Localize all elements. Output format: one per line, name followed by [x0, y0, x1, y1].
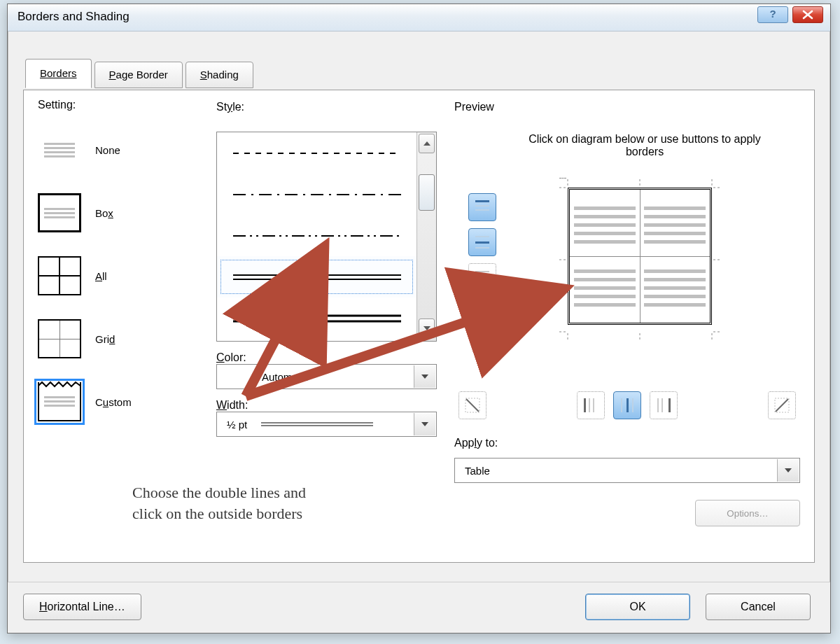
- tab-shading[interactable]: Shading: [186, 62, 253, 88]
- scroll-thumb[interactable]: [419, 174, 435, 211]
- tab-page-border[interactable]: Page Border: [94, 62, 183, 88]
- chevron-down-icon: [421, 374, 428, 379]
- toggle-border-middle-v[interactable]: [613, 391, 641, 419]
- titlebar: Borders and Shading ?: [8, 4, 830, 31]
- svg-marker-47: [785, 468, 792, 472]
- svg-rect-43: [662, 398, 663, 412]
- setting-none[interactable]: None: [38, 118, 132, 181]
- border-middle-v-icon: [619, 397, 636, 414]
- diag-up-icon: [774, 397, 790, 414]
- style-option-dashed[interactable]: [217, 132, 416, 174]
- apply-to-combo[interactable]: Table: [454, 458, 800, 483]
- svg-rect-18: [475, 247, 489, 248]
- style-label: Style:: [216, 101, 437, 113]
- svg-rect-21: [475, 282, 489, 284]
- toggle-border-left[interactable]: [577, 391, 605, 419]
- toggle-diag-up[interactable]: [768, 391, 796, 419]
- borders-shading-dialog: Borders and Shading ? Borders Page Borde…: [7, 4, 831, 634]
- setting-none-icon: [38, 130, 81, 169]
- svg-rect-38: [593, 398, 594, 412]
- dialog-title: Borders and Shading: [18, 10, 130, 24]
- svg-marker-9: [421, 374, 428, 379]
- svg-rect-15: [475, 209, 489, 211]
- svg-rect-14: [475, 205, 489, 206]
- annotation-text: Choose the double lines and click on the…: [132, 482, 306, 524]
- width-value: ½ pt: [227, 419, 247, 430]
- apply-to-arrow[interactable]: [777, 459, 799, 482]
- setting-custom-icon: [38, 382, 81, 421]
- svg-rect-13: [475, 200, 489, 202]
- apply-to-value: Table: [465, 465, 490, 477]
- color-combo[interactable]: Automatic: [216, 364, 437, 389]
- width-combo[interactable]: ½ pt: [216, 412, 437, 437]
- options-button: Options…: [695, 500, 800, 526]
- svg-marker-8: [424, 326, 430, 330]
- svg-line-46: [776, 399, 788, 412]
- border-bottom-icon: [474, 269, 491, 286]
- svg-rect-16: [475, 236, 489, 237]
- svg-rect-19: [475, 271, 489, 272]
- diag-down-icon: [464, 397, 481, 414]
- toggle-border-right[interactable]: [650, 391, 678, 419]
- svg-rect-39: [621, 398, 622, 412]
- svg-rect-40: [626, 398, 629, 412]
- tab-panel: Setting: None Box All Grid: [23, 90, 815, 563]
- preview-column: Preview Click on diagram below or use bu…: [454, 101, 800, 354]
- svg-rect-20: [475, 276, 489, 277]
- style-option-double-thin[interactable]: [217, 256, 416, 298]
- style-column: Style: Color: Automatic: [216, 101, 437, 437]
- help-button[interactable]: ?: [757, 6, 788, 23]
- toggle-border-middle-h[interactable]: [468, 228, 496, 256]
- border-left-icon: [582, 397, 599, 414]
- svg-marker-12: [421, 422, 428, 426]
- setting-grid[interactable]: Grid: [38, 307, 132, 370]
- style-list[interactable]: [216, 132, 437, 342]
- toggle-border-bottom[interactable]: [468, 263, 496, 291]
- svg-rect-44: [668, 398, 671, 412]
- setting-all-icon: [38, 256, 81, 295]
- scroll-up-button[interactable]: [419, 134, 435, 153]
- border-top-icon: [474, 199, 491, 216]
- setting-custom[interactable]: Custom: [38, 370, 132, 433]
- ok-button[interactable]: OK: [585, 594, 690, 620]
- setting-grid-icon: [38, 319, 81, 358]
- color-value: Automatic: [262, 371, 309, 383]
- apply-to-label: Apply to:: [454, 437, 498, 449]
- preview-hint: Click on diagram below or use buttons to…: [517, 133, 772, 158]
- style-scrollbar[interactable]: [416, 132, 436, 341]
- preview-label: Preview: [454, 101, 800, 113]
- close-button[interactable]: [792, 6, 823, 23]
- preview-guides-icon: [559, 179, 720, 340]
- setting-all[interactable]: All: [38, 244, 132, 307]
- toggle-border-top[interactable]: [468, 193, 496, 221]
- color-combo-arrow[interactable]: [414, 365, 435, 388]
- chevron-down-icon: [785, 468, 792, 472]
- border-middle-h-icon: [474, 234, 491, 251]
- tab-borders[interactable]: Borders: [25, 59, 92, 88]
- svg-rect-41: [632, 398, 634, 412]
- border-right-icon: [655, 397, 672, 414]
- preview-side-toggles: [468, 193, 496, 291]
- svg-marker-7: [424, 141, 430, 146]
- setting-column: None Box All Grid Custom: [38, 118, 132, 433]
- chevron-down-icon: [421, 422, 428, 426]
- color-label: Color:: [216, 351, 437, 364]
- cancel-button[interactable]: Cancel: [706, 594, 811, 620]
- dialog-footer: Horizontal Line… OK Cancel: [8, 582, 830, 633]
- setting-box[interactable]: Box: [38, 181, 132, 244]
- setting-box-icon: [38, 193, 81, 232]
- width-combo-arrow[interactable]: [414, 413, 435, 435]
- width-sample-icon: [261, 421, 373, 428]
- preview-bottom-toggles: [454, 391, 800, 419]
- preview-area: [454, 172, 800, 354]
- preview-diagram[interactable]: [559, 179, 720, 333]
- toggle-diag-down[interactable]: [458, 391, 486, 419]
- style-option-double-thick[interactable]: [217, 298, 416, 339]
- scroll-down-button[interactable]: [419, 318, 435, 338]
- style-option-dash-dot-dot[interactable]: [217, 215, 416, 256]
- style-option-dash-dot[interactable]: [217, 174, 416, 215]
- chevron-up-icon: [424, 141, 430, 146]
- width-label: Width:: [216, 399, 437, 412]
- horizontal-line-button[interactable]: Horizontal Line…: [23, 594, 141, 620]
- close-icon: [802, 10, 814, 20]
